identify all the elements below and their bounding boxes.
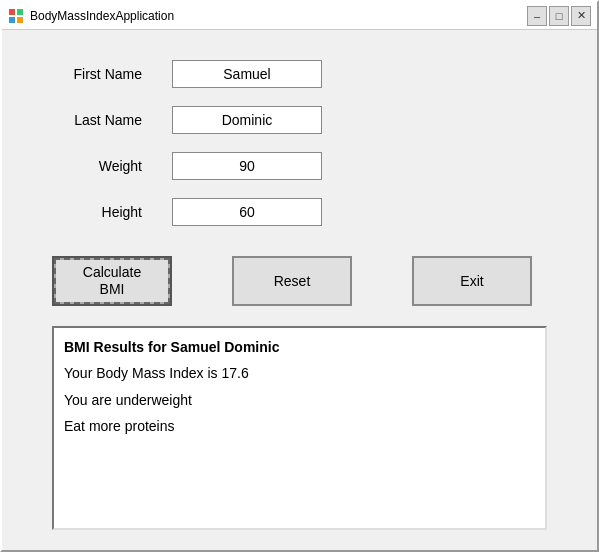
first-name-label: First Name xyxy=(52,66,172,82)
maximize-button[interactable]: □ xyxy=(549,6,569,26)
main-window: BodyMassIndexApplication – □ ✕ First Nam… xyxy=(0,0,599,552)
height-label: Height xyxy=(52,204,172,220)
exit-button[interactable]: Exit xyxy=(412,256,532,306)
form-section: First Name Last Name Weight Height xyxy=(52,60,547,226)
calculate-line1: Calculate xyxy=(83,264,141,281)
content-area: First Name Last Name Weight Height Calcu… xyxy=(2,30,597,550)
title-bar: BodyMassIndexApplication – □ ✕ xyxy=(2,2,597,30)
results-box[interactable]: BMI Results for Samuel Dominic Your Body… xyxy=(52,326,547,530)
height-row: Height xyxy=(52,198,547,226)
height-input[interactable] xyxy=(172,198,322,226)
last-name-label: Last Name xyxy=(52,112,172,128)
results-title: BMI Results for Samuel Dominic xyxy=(64,336,535,358)
weight-row: Weight xyxy=(52,152,547,180)
weight-input[interactable] xyxy=(172,152,322,180)
results-line1: Your Body Mass Index is 17.6 xyxy=(64,362,535,384)
last-name-input[interactable] xyxy=(172,106,322,134)
button-section: Calculate BMI Reset Exit xyxy=(52,256,547,306)
reset-button[interactable]: Reset xyxy=(232,256,352,306)
svg-rect-0 xyxy=(9,9,15,15)
results-line2: You are underweight xyxy=(64,389,535,411)
weight-label: Weight xyxy=(52,158,172,174)
app-icon xyxy=(8,8,24,24)
results-section: BMI Results for Samuel Dominic Your Body… xyxy=(52,326,547,530)
window-title: BodyMassIndexApplication xyxy=(30,9,527,23)
first-name-row: First Name xyxy=(52,60,547,88)
svg-rect-3 xyxy=(17,17,23,23)
results-line3: Eat more proteins xyxy=(64,415,535,437)
window-controls: – □ ✕ xyxy=(527,6,591,26)
svg-rect-1 xyxy=(17,9,23,15)
svg-rect-2 xyxy=(9,17,15,23)
close-button[interactable]: ✕ xyxy=(571,6,591,26)
minimize-button[interactable]: – xyxy=(527,6,547,26)
first-name-input[interactable] xyxy=(172,60,322,88)
last-name-row: Last Name xyxy=(52,106,547,134)
calculate-button[interactable]: Calculate BMI xyxy=(52,256,172,306)
calculate-line2: BMI xyxy=(100,281,125,298)
results-content: BMI Results for Samuel Dominic Your Body… xyxy=(64,336,535,438)
